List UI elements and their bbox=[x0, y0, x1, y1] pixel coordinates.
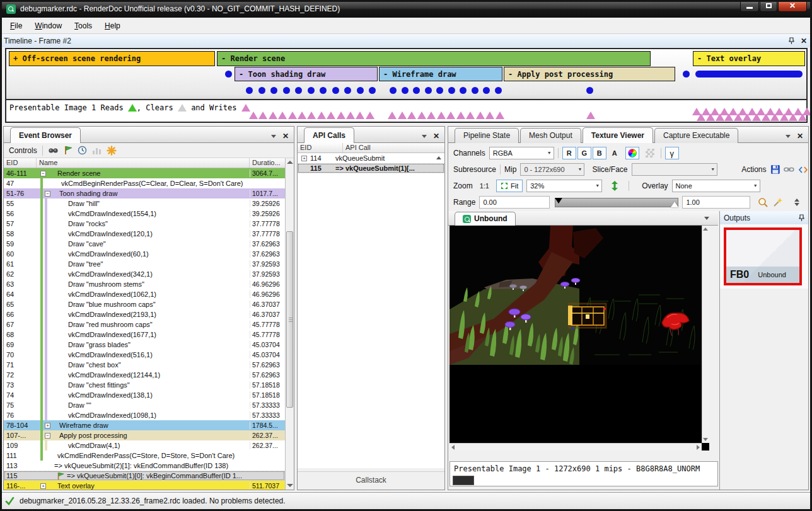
chevron-down-icon[interactable] bbox=[422, 135, 427, 138]
event-row[interactable]: 63Draw "mushroom stems"46.96296 bbox=[4, 279, 285, 289]
scroll-up-icon[interactable] bbox=[436, 156, 441, 159]
close-icon[interactable]: ✕ bbox=[433, 132, 439, 141]
minimize-button[interactable] bbox=[740, 0, 759, 12]
event-row[interactable]: 59Draw "cave"37.62963 bbox=[4, 239, 285, 249]
custom-action-icon[interactable] bbox=[107, 146, 117, 156]
gamma-toggle[interactable]: γ bbox=[665, 147, 679, 159]
range-detail-icon[interactable] bbox=[794, 198, 799, 206]
event-row[interactable]: 113=> vkQueueSubmit(2)[1]: vkEndCommandB… bbox=[4, 461, 285, 471]
menu-window[interactable]: Window bbox=[28, 19, 68, 33]
event-row[interactable]: 111vkCmdEndRenderPass(C=Store, D=Store, … bbox=[4, 451, 285, 461]
texture-list-dropdown-icon[interactable] bbox=[704, 217, 709, 220]
timeline-section[interactable]: + Off-screen scene rendering bbox=[9, 51, 215, 66]
fit-toggle[interactable]: Fit bbox=[496, 180, 523, 192]
close-icon[interactable]: ✕ bbox=[801, 37, 807, 45]
event-row[interactable]: 66vkCmdDrawIndexed(2193,1)46.37037 bbox=[4, 309, 285, 319]
chevron-down-icon[interactable] bbox=[271, 135, 276, 138]
tab-capture-executable[interactable]: Capture Executable bbox=[654, 128, 738, 143]
range-black-point-handle[interactable] bbox=[555, 198, 562, 204]
collapse-icon[interactable]: − bbox=[40, 171, 46, 176]
texture-vscrollbar[interactable] bbox=[702, 226, 709, 443]
event-row[interactable]: 64vkCmdDrawIndexed(1062,1)46.96296 bbox=[4, 289, 285, 299]
expand-icon[interactable]: + bbox=[301, 156, 307, 161]
range-white-point-handle[interactable] bbox=[671, 202, 678, 207]
autofit-wand-icon[interactable] bbox=[772, 197, 783, 208]
channel-a-toggle[interactable]: A bbox=[608, 147, 622, 159]
pin-icon[interactable] bbox=[799, 214, 804, 222]
event-browser-columns[interactable]: EID Name Duratio... bbox=[4, 158, 285, 168]
timeline-header[interactable]: Timeline - Frame #2 ✕ bbox=[0, 34, 812, 47]
event-row[interactable]: 69Draw "grass blades"45.03704 bbox=[4, 340, 285, 350]
event-row[interactable]: 75Draw ""57.33333 bbox=[4, 400, 285, 410]
tab-event-browser[interactable]: Event Browser bbox=[10, 127, 81, 143]
open-code-icon[interactable] bbox=[798, 166, 808, 174]
find-icon[interactable] bbox=[48, 146, 59, 155]
timeline-section[interactable]: - Text overlay bbox=[693, 51, 805, 66]
collapse-icon[interactable]: − bbox=[45, 433, 50, 439]
event-row[interactable]: 67Draw "red mushroom caps"45.77778 bbox=[4, 319, 285, 330]
sliceface-select[interactable] bbox=[632, 163, 718, 176]
event-row[interactable]: 70vkCmdDrawIndexed(516,1)45.03704 bbox=[4, 350, 285, 360]
range-min-input[interactable]: 0.00 bbox=[479, 196, 550, 209]
bookmark-flag-icon[interactable] bbox=[64, 146, 72, 155]
close-icon[interactable]: ✕ bbox=[282, 132, 289, 141]
zoom-range-icon[interactable] bbox=[758, 197, 768, 208]
overlay-select[interactable]: None bbox=[672, 180, 760, 192]
chevron-down-icon[interactable] bbox=[786, 135, 791, 138]
texture-hscrollbar[interactable] bbox=[450, 443, 702, 451]
api-calls-columns[interactable]: EID API Call bbox=[298, 143, 444, 153]
event-row[interactable]: 71Draw "chest box"57.62963 bbox=[4, 360, 285, 370]
event-row[interactable]: 60vkCmdDrawIndexed(60,1)37.62963 bbox=[4, 249, 285, 259]
event-row[interactable]: 78-104+Wireframe draw1784.5... bbox=[4, 420, 285, 430]
maximize-button[interactable] bbox=[760, 0, 777, 12]
tab-texture-viewer[interactable]: Texture Viewer bbox=[583, 127, 653, 143]
link-icon[interactable] bbox=[784, 166, 794, 173]
expand-icon[interactable]: + bbox=[40, 483, 46, 489]
event-row[interactable]: 72vkCmdDrawIndexed(12144,1)57.62963 bbox=[4, 370, 285, 380]
event-row[interactable]: 55Draw "hill"39.25926 bbox=[4, 198, 285, 209]
channel-r-toggle[interactable]: R bbox=[562, 147, 576, 159]
event-row[interactable]: 116-...+Text overlay511.7037 bbox=[4, 481, 285, 490]
event-row[interactable]: 109vkCmdDraw(4,1)262.37... bbox=[4, 440, 285, 451]
channel-b-toggle[interactable]: B bbox=[593, 147, 606, 159]
mip-select[interactable]: 0 - 1272x690 bbox=[520, 163, 584, 176]
event-row[interactable]: 56vkCmdDrawIndexed(1554,1)39.25926 bbox=[4, 209, 285, 219]
range-max-input[interactable]: 1.00 bbox=[682, 196, 750, 209]
event-row[interactable]: 62vkCmdDrawIndexed(342,1)37.92593 bbox=[4, 269, 285, 279]
range-slider[interactable] bbox=[555, 198, 678, 207]
zoom-1to1-button[interactable]: 1:1 bbox=[477, 181, 492, 191]
texture-display[interactable] bbox=[450, 226, 709, 451]
event-row[interactable]: 46-111−Render scene3064.7... bbox=[4, 168, 285, 178]
tab-unbound-texture[interactable]: Unbound bbox=[455, 212, 516, 226]
timeline-section[interactable]: - Apply post processing bbox=[504, 67, 675, 81]
colorwheel-toggle[interactable] bbox=[625, 147, 639, 159]
event-row[interactable]: 51-76−Toon shading draw1017.7... bbox=[4, 188, 285, 198]
api-call-row[interactable]: 115=> vkQueueSubmit(1)[... bbox=[298, 163, 444, 173]
timeline-section[interactable]: - Render scene bbox=[217, 51, 651, 66]
fb0-thumbnail[interactable]: FB0 Unbound bbox=[724, 227, 802, 285]
event-row[interactable]: 47vkCmdBeginRenderPass(C=Clear, D=Clear,… bbox=[4, 178, 285, 188]
event-row[interactable]: 65Draw "blue mushroom caps"46.37037 bbox=[4, 299, 285, 309]
menu-file[interactable]: File bbox=[4, 19, 28, 33]
menu-help[interactable]: Help bbox=[98, 19, 127, 33]
api-call-row[interactable]: +114vkQueueSubmit bbox=[298, 153, 444, 163]
event-row[interactable]: 76vkCmdDrawIndexed(1098,1)57.33333 bbox=[4, 410, 285, 420]
statistics-icon[interactable] bbox=[92, 146, 102, 155]
close-icon[interactable]: ✕ bbox=[797, 132, 803, 141]
zoom-select[interactable]: 32% bbox=[526, 180, 602, 192]
save-icon[interactable] bbox=[770, 164, 780, 175]
expand-icon[interactable]: + bbox=[45, 423, 50, 428]
channel-g-toggle[interactable]: G bbox=[577, 147, 591, 159]
pin-icon[interactable] bbox=[789, 37, 794, 45]
event-row[interactable]: 115=> vkQueueSubmit(1)[0]: vkBeginComman… bbox=[4, 471, 285, 481]
clock-icon[interactable] bbox=[78, 146, 87, 155]
event-row[interactable]: 68vkCmdDrawIndexed(1677,1)45.77778 bbox=[4, 330, 285, 340]
event-row[interactable]: 61Draw "tree"37.92593 bbox=[4, 259, 285, 269]
flip-vertical-icon[interactable] bbox=[611, 181, 618, 191]
tab-api-calls[interactable]: API Calls bbox=[304, 127, 354, 143]
close-button[interactable]: ✕ bbox=[778, 0, 807, 12]
event-browser-scrollbar[interactable] bbox=[285, 158, 294, 490]
texture-image[interactable] bbox=[450, 226, 709, 451]
alpha-checker-toggle[interactable] bbox=[643, 147, 657, 159]
menu-tools[interactable]: Tools bbox=[68, 19, 98, 33]
